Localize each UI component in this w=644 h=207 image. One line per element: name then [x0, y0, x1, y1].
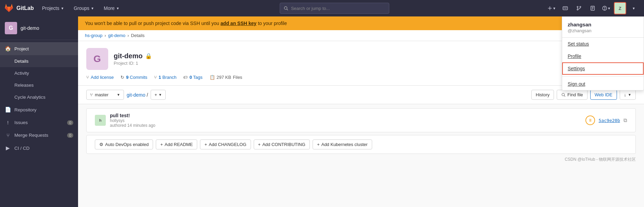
sidebar-project-avatar: G — [5, 22, 17, 34]
search-icon — [283, 6, 288, 11]
merge-requests-btn[interactable] — [573, 2, 585, 14]
add-license-link[interactable]: Add license — [91, 75, 114, 80]
sidebar-merge-requests-label: Merge Requests — [14, 133, 48, 138]
top-navbar: GitLab Projects ▼ Groups ▼ More ▼ Search… — [0, 0, 644, 16]
copy-hash-btn[interactable]: ⧉ — [623, 117, 627, 123]
dropdown-profile[interactable]: Profile — [562, 50, 644, 62]
web-ide-button[interactable]: Web IDE — [590, 90, 617, 100]
project-avatar-large: G — [86, 48, 108, 70]
svg-line-1 — [287, 9, 288, 10]
avatar-letter: Z — [619, 6, 621, 11]
find-file-button[interactable]: Find file — [557, 90, 588, 100]
sidebar-activity-label: Activity — [14, 71, 29, 76]
branch-selector[interactable]: ⑂ master ▼ — [86, 90, 124, 100]
add-ssh-key-link[interactable]: add an SSH key — [220, 21, 256, 26]
download-button[interactable]: ↓ ▼ — [620, 90, 636, 100]
pipeline-status-icon[interactable]: ⏸ — [585, 115, 595, 125]
user-avatar-btn[interactable]: Z — [614, 2, 626, 14]
add-readme-btn[interactable]: + Add README — [156, 139, 197, 149]
projects-chevron: ▼ — [61, 7, 64, 10]
sidebar-item-releases[interactable]: Releases — [0, 79, 78, 91]
sidebar-project-name: git-demo — [21, 25, 39, 31]
repository-icon: 📄 — [5, 107, 11, 113]
add-changelog-label: Add CHANGELOG — [209, 142, 247, 147]
project-header: G git-demo 🔒 Project ID: 1 ☆ Star 0 — [78, 41, 644, 86]
breadcrumb-hsgroup[interactable]: hs-group — [85, 33, 102, 38]
sidebar-item-cycle-analytics[interactable]: Cycle Analytics — [0, 91, 78, 103]
main-layout: G git-demo 🏠 Project Details Activity Re… — [0, 16, 644, 207]
lock-icon: 🔒 — [145, 53, 152, 59]
add-kubernetes-label: Add Kubernetes cluster — [321, 142, 367, 147]
dropdown-sign-out[interactable]: Sign out — [562, 78, 644, 90]
project-id: Project ID: 1 — [114, 61, 152, 66]
sidebar-item-activity[interactable]: Activity — [0, 67, 78, 79]
add-path-btn[interactable]: + ▼ — [151, 90, 166, 100]
sidebar-issues-label: Issues — [14, 120, 28, 125]
svg-point-0 — [284, 7, 287, 9]
path-sep: / — [147, 92, 148, 98]
avatar-chevron-btn[interactable]: ▼ — [628, 2, 640, 14]
breadcrumb-gitdemo[interactable]: git-demo — [108, 33, 126, 38]
history-button[interactable]: History — [531, 90, 554, 100]
more-chevron: ▼ — [116, 7, 119, 10]
tags-link[interactable]: 0 Tags — [189, 75, 202, 80]
search-box[interactable]: Search or jump to... — [280, 3, 389, 14]
path-root[interactable]: git-demo — [127, 92, 145, 98]
add-chevron: ▼ — [159, 93, 162, 97]
more-nav[interactable]: More ▼ — [100, 0, 124, 16]
add-icon: + — [154, 92, 157, 97]
new-item-btn[interactable]: ▼ — [545, 2, 558, 14]
dropdown-settings[interactable]: Settings — [562, 62, 644, 75]
branch-chevron: ▼ — [117, 93, 120, 97]
svg-rect-3 — [548, 8, 552, 8]
cicd-icon: ▶ — [5, 145, 11, 151]
tags-icon: 🏷 — [183, 75, 188, 80]
add-kubernetes-btn[interactable]: + Add Kubernetes cluster — [313, 139, 372, 149]
breadcrumb-current: Details — [131, 33, 145, 38]
add-contributing-btn[interactable]: + Add CONTRIBUTING — [254, 139, 310, 149]
plus-contributing-icon: + — [258, 142, 261, 147]
breadcrumb-sep1: › — [104, 33, 106, 38]
groups-nav[interactable]: Groups ▼ — [70, 0, 98, 16]
commit-hash[interactable]: 5ac9e20b — [598, 118, 620, 123]
sidebar-item-details[interactable]: Details — [0, 55, 78, 67]
project-title: git-demo 🔒 — [114, 52, 152, 60]
sidebar-item-project[interactable]: 🏠 Project — [0, 42, 78, 55]
add-license-icon: ⑂ — [86, 75, 89, 80]
todo-btn[interactable] — [586, 2, 599, 14]
commit-author-time: hollysys authored 14 minutes ago — [110, 118, 155, 128]
sidebar-cicd-label: CI / CD — [14, 146, 29, 151]
user-dropdown: zhangsan @zhangsan Set status Profile Se… — [562, 16, 644, 90]
sidebar-item-issues[interactable]: ! Issues 0 — [0, 116, 78, 129]
brand-name: GitLab — [16, 5, 34, 11]
dropdown-user-header: zhangsan @zhangsan — [562, 17, 644, 38]
dropdown-handle: @zhangsan — [568, 28, 638, 33]
merge-requests-icon: ⑂ — [5, 132, 11, 138]
sidebar-item-merge-requests[interactable]: ⑂ Merge Requests 0 — [0, 129, 78, 142]
dropdown-username: zhangsan — [568, 22, 638, 27]
issues-icon: ! — [5, 120, 11, 125]
banner-text-before: You won't be able to pull or push projec… — [85, 21, 219, 26]
svg-point-10 — [577, 6, 578, 7]
sidebar-item-repository[interactable]: 📄 Repository — [0, 103, 78, 116]
branches-icon: ⑂ — [154, 75, 157, 80]
add-contributing-label: Add CONTRIBUTING — [262, 142, 305, 147]
sidebar-item-cicd[interactable]: ▶ CI / CD — [0, 142, 78, 155]
download-chevron: ▼ — [628, 93, 631, 97]
help-btn[interactable]: ▼ — [600, 2, 613, 14]
history-label: History — [536, 92, 550, 97]
repo-toolbar: ⑂ master ▼ git-demo / + ▼ History — [78, 86, 644, 104]
web-ide-label: Web IDE — [595, 92, 613, 97]
dropdown-set-status[interactable]: Set status — [562, 38, 644, 50]
sidebar-details-label: Details — [14, 59, 28, 64]
branches-link[interactable]: 1 Branch — [159, 75, 176, 80]
commits-link[interactable]: 9 Commits — [126, 75, 147, 80]
add-changelog-btn[interactable]: + Add CHANGELOG — [200, 139, 251, 149]
files-size: 297 KB — [217, 75, 231, 80]
projects-nav[interactable]: Projects ▼ — [38, 0, 68, 16]
gitlab-logo[interactable]: GitLab — [4, 3, 34, 13]
sidebar-releases-label: Releases — [14, 83, 34, 88]
plus-readme-icon: + — [160, 142, 163, 147]
keyboard-shortcuts-btn[interactable] — [559, 2, 571, 14]
auto-devops-btn[interactable]: ⚙ Auto DevOps enabled — [95, 139, 153, 149]
